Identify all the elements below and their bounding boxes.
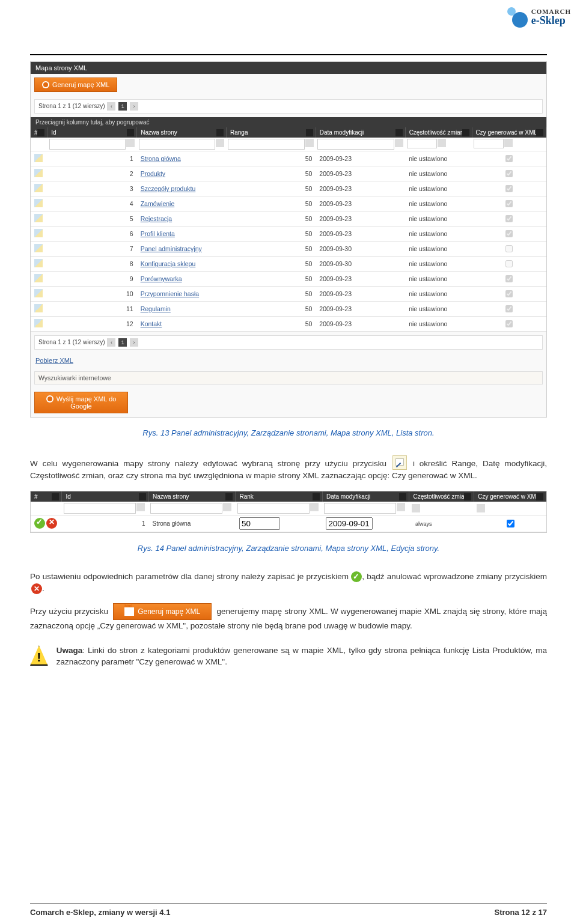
page-name-link[interactable]: Szczegóły produktu (141, 185, 196, 192)
generate-xml-checkbox[interactable] (505, 290, 513, 297)
page-name-link[interactable]: Strona główna (141, 155, 181, 162)
edit-icon[interactable] (34, 184, 43, 192)
sort-icon[interactable] (395, 129, 403, 136)
sort-icon[interactable] (313, 493, 320, 500)
col-header[interactable]: Data modyfikacji (322, 491, 409, 502)
page-name-link[interactable]: Przypomnienie hasła (141, 290, 199, 297)
edit-icon[interactable] (34, 289, 43, 297)
filter-dropdown[interactable] (407, 139, 437, 148)
edit-icon[interactable] (34, 304, 43, 312)
generate-xml-checkbox[interactable] (505, 200, 513, 207)
date-input[interactable] (326, 517, 373, 530)
page-name-link[interactable]: Porównywarka (141, 275, 182, 282)
page-name-link[interactable]: Rejestracja (141, 215, 172, 222)
edit-icon[interactable] (34, 199, 43, 207)
freq-dropdown[interactable]: always (413, 521, 435, 527)
filter-input[interactable] (324, 503, 396, 514)
save-row-button[interactable] (34, 518, 45, 529)
col-header[interactable]: # (31, 491, 62, 502)
filter-button[interactable] (216, 139, 224, 147)
generate-xml-checkbox[interactable] (505, 320, 513, 327)
edit-icon[interactable] (34, 229, 43, 237)
page-name-link[interactable]: Kontakt (141, 320, 162, 327)
pager-page-1[interactable]: 1 (118, 102, 127, 111)
col-header[interactable]: Częstotliwość zmian (405, 127, 472, 138)
pager-prev-bottom[interactable]: ‹ (107, 338, 115, 347)
page-name-link[interactable]: Produkty (141, 170, 165, 177)
page-name-link[interactable]: Zamówienie (141, 200, 175, 207)
filter-button[interactable] (310, 503, 319, 511)
sort-icon[interactable] (225, 493, 233, 500)
filter-button[interactable] (305, 139, 314, 147)
col-header[interactable]: Data modyfikacji (316, 127, 405, 138)
sort-icon[interactable] (399, 493, 406, 500)
page-name-link[interactable]: Konfiguracja sklepu (141, 260, 196, 267)
generate-xml-checkbox[interactable] (505, 275, 513, 282)
generate-xml-checkbox[interactable] (505, 260, 513, 267)
edit-icon[interactable] (34, 259, 43, 267)
sort-icon[interactable] (464, 493, 471, 500)
edit-icon[interactable] (34, 244, 43, 252)
generate-xml-checkbox[interactable] (505, 305, 513, 312)
col-header[interactable]: Id (62, 491, 149, 502)
filter-input[interactable] (150, 503, 222, 514)
col-header[interactable]: # (31, 127, 47, 138)
generate-xml-checkbox[interactable] (505, 245, 513, 252)
generate-xml-checkbox[interactable] (505, 185, 513, 192)
generate-xml-checkbox[interactable] (505, 155, 513, 162)
cancel-row-button[interactable] (46, 518, 57, 529)
filter-button[interactable] (126, 139, 135, 147)
filter-button[interactable] (397, 503, 405, 511)
page-name-link[interactable]: Profil klienta (141, 230, 175, 237)
generate-xml-checkbox[interactable] (507, 520, 514, 527)
sort-icon[interactable] (139, 493, 146, 500)
sort-icon[interactable] (536, 493, 543, 500)
sort-icon[interactable] (462, 129, 469, 136)
group-by-bar[interactable]: Przeciągnij kolumny tutaj, aby pogrupowa… (31, 117, 546, 127)
filter-button[interactable] (412, 504, 420, 512)
col-header[interactable]: Id (47, 127, 137, 138)
page-name-link[interactable]: Panel administracyjny (141, 245, 202, 252)
sort-icon[interactable] (127, 129, 134, 136)
edit-icon[interactable] (34, 274, 43, 282)
generate-map-button[interactable]: Generuj mapę XML (34, 78, 117, 92)
pager-next-bottom[interactable]: › (130, 338, 138, 347)
generate-xml-checkbox[interactable] (505, 170, 513, 177)
page-name-link[interactable]: Regulamin (141, 305, 171, 312)
edit-icon[interactable] (34, 169, 43, 177)
filter-button[interactable] (504, 139, 513, 147)
filter-input[interactable] (237, 503, 310, 514)
edit-icon[interactable] (34, 214, 43, 222)
col-header[interactable]: Nazwa strony (148, 491, 236, 502)
edit-icon[interactable] (34, 319, 43, 327)
download-xml-link[interactable]: Pobierz XML (35, 357, 73, 364)
col-header[interactable]: Nazwa strony (137, 127, 227, 138)
col-header[interactable]: Czy generować w XML (474, 491, 546, 502)
pager-prev[interactable]: ‹ (107, 102, 115, 111)
rank-input[interactable] (239, 517, 280, 530)
col-header[interactable]: Czy generować w XML (472, 127, 546, 138)
filter-input[interactable] (49, 139, 126, 150)
generate-xml-checkbox[interactable] (505, 215, 513, 222)
filter-input[interactable] (64, 503, 136, 514)
col-header[interactable]: Ranga (226, 127, 316, 138)
sort-icon[interactable] (536, 129, 543, 136)
send-map-google-button[interactable]: Wyślij mapę XML do Google (34, 392, 128, 413)
sort-icon[interactable] (52, 493, 59, 500)
filter-input[interactable] (228, 139, 304, 150)
col-header[interactable]: Rank (236, 491, 323, 502)
filter-dropdown[interactable] (474, 139, 504, 148)
generate-xml-checkbox[interactable] (505, 230, 513, 237)
edit-icon[interactable] (34, 154, 43, 162)
pager-page-1-bottom[interactable]: 1 (118, 338, 127, 347)
filter-input[interactable] (139, 139, 215, 150)
filter-button[interactable] (438, 139, 446, 147)
sort-icon[interactable] (306, 129, 313, 136)
sort-icon[interactable] (37, 129, 44, 136)
filter-input[interactable] (317, 139, 394, 150)
filter-button[interactable] (477, 504, 485, 512)
pager-next[interactable]: › (130, 102, 138, 111)
col-header[interactable]: Częstotliwość zmian (409, 491, 474, 502)
sort-icon[interactable] (216, 129, 224, 136)
filter-button[interactable] (136, 503, 145, 511)
